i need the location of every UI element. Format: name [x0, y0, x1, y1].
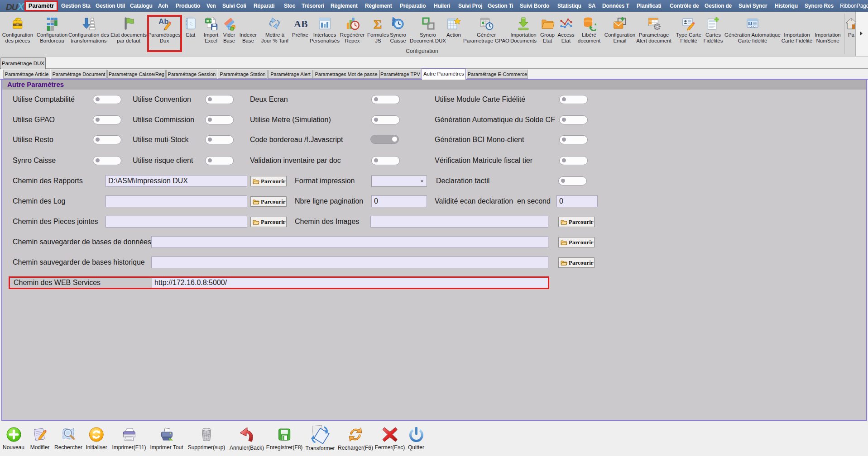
svg-text:XLS: XLS	[206, 19, 213, 23]
svg-text:Σ: Σ	[374, 17, 382, 31]
svg-text:AB: AB	[294, 18, 307, 29]
